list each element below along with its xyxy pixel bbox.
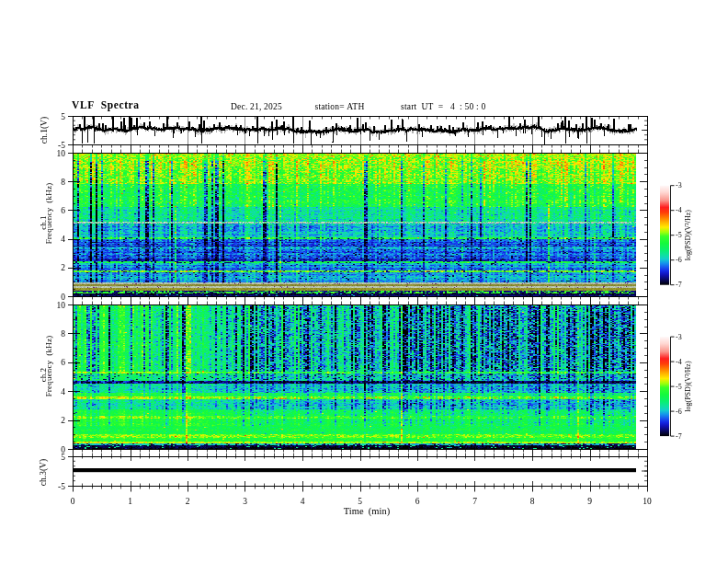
svg-text:2: 2 — [61, 416, 65, 425]
svg-text:log(PSD)(V²/Hz): log(PSD)(V²/Hz) — [684, 361, 692, 412]
svg-text:10: 10 — [57, 301, 66, 310]
svg-text:3: 3 — [243, 497, 247, 506]
svg-text:8: 8 — [61, 329, 65, 339]
svg-text:8: 8 — [61, 178, 65, 187]
svg-text:6: 6 — [415, 497, 420, 506]
svg-text:Dec. 21, 2025: Dec. 21, 2025 — [231, 102, 282, 111]
svg-text:2: 2 — [61, 263, 65, 272]
svg-text:-5: -5 — [58, 482, 65, 491]
svg-text:9: 9 — [587, 497, 592, 506]
svg-text:6: 6 — [61, 206, 65, 215]
svg-text:VLF Spectra: VLF Spectra — [72, 99, 140, 111]
svg-text:Frequency (kHz): Frequency (kHz) — [44, 183, 53, 245]
svg-text:10: 10 — [57, 149, 66, 158]
svg-text:4: 4 — [301, 497, 305, 506]
svg-text:ch.1(V): ch.1(V) — [40, 117, 50, 144]
svg-text:10: 10 — [643, 497, 652, 506]
svg-text:-4: -4 — [676, 206, 682, 214]
svg-text:5: 5 — [358, 497, 362, 506]
svg-text:Time (min): Time (min) — [344, 506, 391, 517]
svg-text:ch.3(V): ch.3(V) — [39, 459, 49, 486]
svg-text:start UT = 4 : 50 : 0: start UT = 4 : 50 : 0 — [401, 102, 485, 111]
svg-text:4: 4 — [61, 235, 65, 244]
svg-text:6: 6 — [61, 358, 65, 367]
svg-text:station= ATH: station= ATH — [315, 102, 365, 111]
svg-text:-4: -4 — [676, 358, 682, 366]
svg-text:1: 1 — [128, 497, 132, 506]
svg-text:5: 5 — [61, 112, 65, 121]
svg-text:-6: -6 — [676, 408, 682, 416]
svg-text:-6: -6 — [676, 256, 682, 264]
svg-text:0: 0 — [71, 497, 75, 506]
svg-text:4: 4 — [61, 387, 65, 396]
svg-text:-5: -5 — [676, 231, 682, 239]
svg-text:-3: -3 — [676, 333, 682, 341]
svg-text:8: 8 — [530, 497, 535, 506]
svg-text:Frequency (kHz): Frequency (kHz) — [44, 336, 53, 397]
svg-text:7: 7 — [472, 497, 477, 506]
svg-text:-5: -5 — [676, 383, 682, 391]
svg-text:2: 2 — [186, 497, 190, 506]
svg-text:log(PSD)(V²/Hz): log(PSD)(V²/Hz) — [684, 210, 692, 261]
svg-text:5: 5 — [61, 453, 65, 462]
svg-text:-7: -7 — [676, 432, 682, 441]
svg-text:-7: -7 — [676, 281, 682, 289]
svg-text:-3: -3 — [676, 181, 682, 190]
